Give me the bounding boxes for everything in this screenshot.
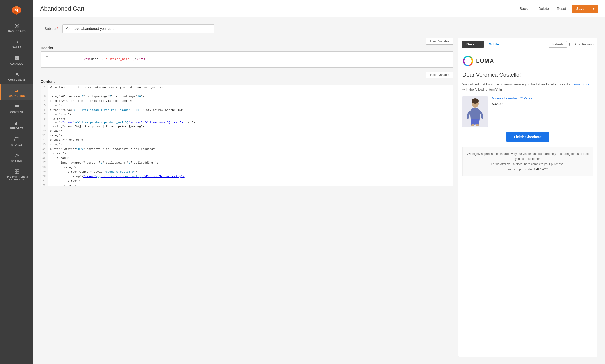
code-line: 1We noticed that for some unknown reason… — [41, 85, 453, 90]
sidebar-item-sales[interactable]: $ SALES — [0, 36, 33, 52]
code-line: 20 c-tag">"c-var">{{ url.restore_cart_ur… — [41, 174, 453, 179]
svg-rect-9 — [15, 56, 17, 58]
back-arrow-icon: ← — [515, 7, 518, 11]
left-column: Insert Variable Header 1 <h1>Dear {{ cus… — [41, 38, 453, 357]
code-line: 8 c-tag">c-tag">"c-var">{{ item.product.… — [41, 117, 453, 124]
finish-checkout-button[interactable]: Finish Checkout — [506, 132, 549, 142]
preview-logo: LUMA — [462, 55, 593, 67]
svg-rect-23 — [17, 170, 19, 171]
header-section: Insert Variable Header 1 <h1>Dear {{ cus… — [41, 38, 453, 68]
refresh-button[interactable]: Refresh — [549, 41, 567, 48]
sidebar-label-reports: REPORTS — [10, 127, 24, 130]
product-link[interactable]: Minerva LumaTech™ V-Tee — [492, 96, 532, 100]
tag-close: </h1> — [136, 58, 146, 61]
sidebar-item-content[interactable]: CONTENT — [0, 100, 33, 117]
line-number: 1 — [45, 54, 51, 58]
template-var: {{ customer_name }} — [100, 58, 135, 61]
preview-footer: We highly appreciate each and every our … — [462, 147, 593, 176]
code-line: 7c-tag">top"> — [41, 113, 453, 117]
svg-rect-22 — [15, 170, 17, 171]
footer-text-3: Your coupon code: EML##### — [467, 167, 589, 172]
preview-greeting: Dear Veronica Costello! — [462, 72, 593, 78]
right-column: Desktop Mobile Refresh Auto Refresh — [458, 38, 597, 357]
marketing-icon — [14, 88, 20, 93]
svg-rect-25 — [17, 172, 19, 174]
save-button[interactable]: Save — [572, 5, 589, 13]
sidebar-item-customers[interactable]: CUSTOMERS — [0, 68, 33, 84]
header-code-editor[interactable]: 1 <h1>Dear {{ customer_name }}!</h1> — [41, 51, 453, 68]
svg-rect-30 — [471, 124, 474, 126]
code-line: 9 c-tag">c-var">{{ item.price | format_p… — [41, 124, 453, 129]
customers-icon — [14, 72, 20, 77]
product-image-svg — [462, 96, 488, 127]
svg-rect-17 — [15, 123, 16, 125]
header-insert-variable-button[interactable]: Insert Variable — [426, 38, 453, 45]
luma-store-link[interactable]: Luma Store — [572, 82, 589, 86]
code-line: 22 c-tag"> — [41, 184, 453, 186]
sidebar-label-marketing: MARKETING — [9, 95, 25, 97]
code-line: 12c-tmpl">{% endfor %} — [41, 138, 453, 143]
save-dropdown-button[interactable]: ▼ — [589, 5, 598, 13]
sidebar-label-sales: SALES — [12, 46, 22, 49]
email-preview-content: LUMA Dear Veronica Costello! We noticed … — [458, 50, 597, 357]
auto-refresh-checkbox[interactable] — [569, 43, 573, 46]
content-insert-variable-button[interactable]: Insert Variable — [426, 72, 453, 78]
tab-mobile[interactable]: Mobile — [484, 41, 503, 48]
subject-input[interactable] — [62, 24, 214, 33]
code-line: 14button" width="100%" border="0" cellsp… — [41, 147, 453, 152]
code-line: 18 c-tag"> — [41, 165, 453, 170]
code-line: 4c-tmpl">{% for item in this.all_visible… — [41, 99, 453, 104]
sidebar-item-marketing[interactable]: MARKETING — [0, 84, 33, 100]
logo: M — [0, 0, 33, 19]
code-line: 5c-tag"> — [41, 104, 453, 108]
svg-text:$: $ — [16, 40, 18, 44]
line-content: <h1>Dear {{ customer_name }}!</h1> — [51, 54, 449, 65]
reset-button[interactable]: Reset — [554, 5, 569, 12]
svg-rect-10 — [17, 56, 19, 58]
sidebar-item-dashboard[interactable]: DASHBOARD — [0, 19, 33, 36]
product-price: $32.00 — [492, 102, 593, 106]
sidebar: M DASHBOARD $ SALES CATALOG CUSTOMERS — [0, 0, 33, 364]
extensions-icon — [14, 169, 20, 174]
svg-rect-20 — [15, 139, 19, 141]
sidebar-item-reports[interactable]: REPORTS — [0, 117, 33, 133]
sidebar-label-extensions: FIND PARTNERS & EXTENSIONS — [2, 176, 32, 181]
content-icon — [14, 104, 20, 110]
checkout-button-container: Finish Checkout — [462, 132, 593, 142]
sidebar-item-extensions[interactable]: FIND PARTNERS & EXTENSIONS — [0, 165, 33, 184]
divider — [532, 6, 532, 12]
code-line: 10c-tag"> — [41, 129, 453, 133]
svg-point-7 — [16, 25, 18, 27]
content-code-editor[interactable]: 1We noticed that for some unknown reason… — [41, 85, 453, 186]
reports-icon — [14, 120, 20, 126]
preview-tabs: Desktop Mobile Refresh Auto Refresh — [458, 38, 597, 50]
sidebar-item-system[interactable]: SYSTEM — [0, 149, 33, 165]
content-section: Insert Variable Content 1We noticed that… — [41, 72, 453, 357]
svg-point-29 — [472, 98, 479, 104]
topbar-actions: ← Back Delete Reset Save ▼ — [515, 5, 598, 13]
code-line: 2 — [41, 90, 453, 94]
sidebar-label-system: SYSTEM — [11, 159, 22, 162]
tab-desktop[interactable]: Desktop — [462, 41, 484, 48]
code-line: 3c-tag">0" border="0" cellspacing="5" ce… — [41, 94, 453, 99]
coupon-code: EML##### — [533, 168, 548, 171]
content-insert-var-bar: Insert Variable — [41, 72, 453, 78]
svg-rect-24 — [15, 172, 17, 174]
svg-rect-11 — [15, 58, 17, 60]
code-line: 17 inner-wrapper" border="0" cellspacing… — [41, 161, 453, 165]
back-button[interactable]: ← Back — [515, 7, 528, 11]
subject-label: Subject* — [41, 27, 58, 31]
header-section-label: Header — [41, 46, 453, 50]
delete-button[interactable]: Delete — [536, 5, 551, 12]
luma-brand-text: LUMA — [476, 58, 494, 64]
sidebar-item-stores[interactable]: STORES — [0, 133, 33, 149]
sidebar-item-catalog[interactable]: CATALOG — [0, 52, 33, 68]
code-line: 19 c-tag">center" style="padding-bottom:… — [41, 170, 453, 174]
auto-refresh-label[interactable]: Auto Refresh — [569, 42, 594, 46]
svg-rect-19 — [18, 121, 18, 125]
product-image — [462, 96, 488, 127]
sidebar-nav: DASHBOARD $ SALES CATALOG CUSTOMERS MARK… — [0, 19, 33, 184]
stores-icon — [14, 136, 20, 142]
code-line: 15 c-tag"> — [41, 152, 453, 156]
code-lines-container: 1We noticed that for some unknown reason… — [41, 85, 453, 186]
